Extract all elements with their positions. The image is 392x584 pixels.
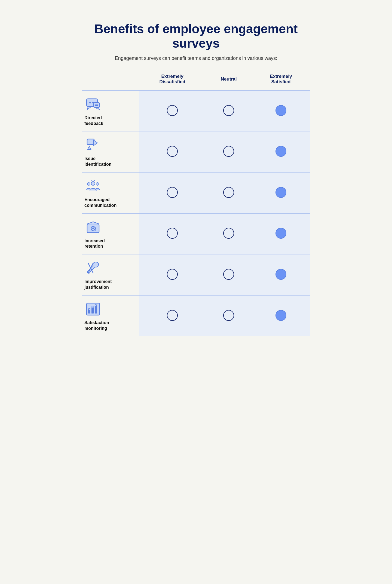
radio-satisfied[interactable] [252, 213, 310, 254]
col-header-label [82, 69, 139, 90]
radio-satisfied[interactable] [252, 131, 310, 173]
svg-point-28 [95, 305, 97, 306]
tools-icon [84, 259, 102, 277]
table-row: Issueidentification [82, 131, 310, 173]
row-label-text: Satisfactionmonitoring [84, 320, 109, 331]
svg-point-13 [96, 183, 99, 185]
table-row: Improvementjustification [82, 254, 310, 296]
svg-point-11 [91, 182, 95, 185]
radio-dissatisfied[interactable] [139, 90, 206, 131]
svg-rect-24 [91, 308, 94, 313]
chart-icon [84, 300, 102, 318]
email-icon [84, 219, 102, 236]
row-label-cell: Increasedretention [82, 213, 139, 254]
svg-rect-23 [88, 310, 90, 313]
card: Benefits of employee engagement surveys … [74, 11, 318, 347]
col-header-dissatisfied: ExtremelyDissatisfied [139, 69, 206, 90]
row-label-cell: Encouragedcommunication [82, 172, 139, 213]
row-label-cell: Improvementjustification [82, 254, 139, 296]
col-header-neutral: Neutral [206, 69, 252, 90]
radio-satisfied[interactable] [252, 172, 310, 213]
row-label-text: Issueidentification [84, 156, 112, 167]
radio-satisfied[interactable] [252, 254, 310, 296]
radio-dissatisfied[interactable] [139, 295, 206, 336]
row-label-increased-retention: Increasedretention [84, 219, 136, 250]
svg-marker-9 [88, 146, 91, 149]
table-row: Satisfactionmonitoring [82, 295, 310, 336]
row-label-cell: Directedfeedback [82, 90, 139, 131]
row-label-cell: Issueidentification [82, 131, 139, 173]
row-label-issue-identification: Issueidentification [84, 136, 136, 167]
svg-marker-3 [87, 106, 91, 110]
chat-icon [84, 96, 102, 113]
radio-satisfied[interactable] [252, 295, 310, 336]
svg-point-26 [88, 308, 90, 310]
row-label-text: Increasedretention [84, 238, 105, 250]
table-row: Directedfeedback [82, 90, 310, 131]
row-label-text: Improvementjustification [84, 279, 112, 290]
svg-point-12 [87, 183, 90, 185]
svg-rect-8 [87, 139, 94, 145]
svg-rect-4 [94, 103, 100, 107]
radio-neutral[interactable] [206, 90, 252, 131]
table-wrapper: ExtremelyDissatisfied Neutral ExtremelyS… [74, 67, 318, 348]
svg-point-1 [89, 102, 91, 103]
row-label-text: Directedfeedback [84, 115, 103, 127]
people-icon [84, 177, 102, 195]
svg-rect-25 [95, 306, 97, 313]
svg-point-19 [92, 228, 94, 229]
benefits-table: ExtremelyDissatisfied Neutral ExtremelyS… [82, 69, 310, 337]
radio-dissatisfied[interactable] [139, 254, 206, 296]
radio-neutral[interactable] [206, 131, 252, 173]
radio-neutral[interactable] [206, 213, 252, 254]
row-label-encouraged-communication: Encouragedcommunication [84, 177, 136, 208]
table-header-row: ExtremelyDissatisfied Neutral ExtremelyS… [82, 69, 310, 90]
svg-marker-7 [96, 107, 100, 110]
radio-neutral[interactable] [206, 254, 252, 296]
row-label-satisfaction-monitoring: Satisfactionmonitoring [84, 300, 136, 331]
radio-dissatisfied[interactable] [139, 131, 206, 173]
radio-neutral[interactable] [206, 172, 252, 213]
flag-icon [84, 136, 102, 154]
svg-line-15 [94, 180, 95, 181]
svg-point-27 [92, 306, 93, 308]
radio-neutral[interactable] [206, 295, 252, 336]
radio-satisfied[interactable] [252, 90, 310, 131]
row-label-cell: Satisfactionmonitoring [82, 295, 139, 336]
radio-dissatisfied[interactable] [139, 213, 206, 254]
svg-line-16 [91, 180, 92, 181]
table-row: Increasedretention [82, 213, 310, 254]
header-section: Benefits of employee engagement surveys … [74, 11, 318, 67]
page-title: Benefits of employee engagement surveys [90, 22, 302, 51]
row-label-directed-feedback: Directedfeedback [84, 96, 136, 127]
svg-marker-10 [94, 140, 97, 146]
row-label-improvement-justification: Improvementjustification [84, 259, 136, 290]
table-row: Encouragedcommunication [82, 172, 310, 213]
page-subtitle: Engagement surveys can benefit teams and… [90, 56, 302, 61]
radio-dissatisfied[interactable] [139, 172, 206, 213]
row-label-text: Encouragedcommunication [84, 197, 117, 208]
col-header-satisfied: ExtremelySatisfied [252, 69, 310, 90]
